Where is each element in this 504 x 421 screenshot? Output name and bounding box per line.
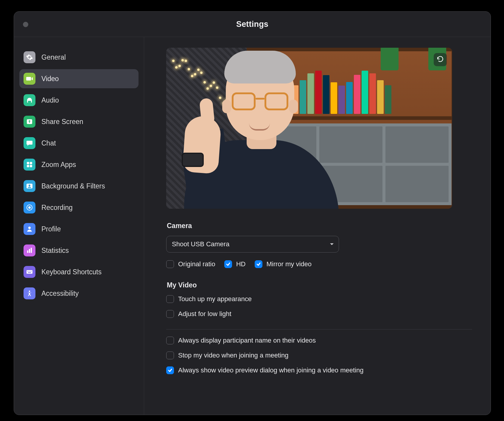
rotate-icon [436,56,444,64]
svg-rect-14 [27,271,28,272]
camera-preview [166,48,452,209]
svg-rect-11 [29,249,30,253]
chevron-down-icon [329,242,334,247]
sidebar-item-label: Background & Filters [41,182,105,190]
bar-chart-icon [24,244,35,256]
svg-rect-17 [31,271,32,272]
sidebar-item-share-screen[interactable]: Share Screen [19,112,139,131]
sidebar-item-label: Recording [41,204,73,212]
checkbox-label: Touch up my appearance [178,295,252,303]
sidebar-item-label: Keyboard Shortcuts [41,268,102,276]
sidebar-item-label: Statistics [41,247,69,255]
sidebar-item-recording[interactable]: Recording [19,198,139,217]
checkbox-label: Adjust for low light [178,310,231,318]
svg-point-8 [28,206,31,209]
sidebar-item-label: Zoom Apps [41,161,76,169]
camera-select-value: Shoot USB Camera [172,240,229,248]
sidebar-item-label: Audio [41,96,59,104]
camera-select[interactable]: Shoot USB Camera [166,236,339,253]
svg-point-19 [29,291,30,292]
svg-rect-18 [28,272,31,273]
chat-bubble-icon [24,137,35,149]
checkbox-stop_on_join[interactable]: Stop my video when joining a meeting [166,352,472,359]
sidebar-item-label: Share Screen [41,118,83,126]
sidebar-item-label: Chat [41,139,56,147]
svg-rect-16 [30,271,30,272]
checkbox-label: Stop my video when joining a meeting [178,352,289,359]
sidebar-item-general[interactable]: General [19,48,139,67]
sidebar-item-profile[interactable]: Profile [19,219,139,239]
record-dot-icon [24,202,35,213]
sidebar-item-label: General [41,53,66,61]
video-settings-panel: Camera Shoot USB Camera Original ratioHD… [144,37,491,415]
settings-sidebar: GeneralVideoAudioShare ScreenChatZoom Ap… [14,37,144,415]
svg-point-9 [28,227,31,229]
svg-rect-2 [30,162,32,164]
sidebar-item-video[interactable]: Video [19,69,139,88]
video-icon [24,73,35,85]
checkbox-box [166,366,174,374]
camera-section-label: Camera [167,222,472,230]
checkbox-label: Original ratio [178,260,215,268]
sidebar-item-label: Profile [41,225,61,233]
window-title: Settings [236,20,268,29]
sidebar-item-accessibility[interactable]: Accessibility [19,284,139,303]
divider [166,329,472,329]
checkbox-box [166,260,174,268]
keyboard-icon [24,266,35,278]
svg-rect-13 [27,270,32,274]
sidebar-item-label: Accessibility [41,290,79,298]
rotate-preview-button[interactable] [434,53,447,66]
checkbox-display_name[interactable]: Always display participant name on their… [166,337,472,344]
sidebar-item-label: Video [41,75,59,83]
headphones-icon [24,94,35,106]
svg-rect-3 [27,165,29,167]
svg-point-6 [29,185,30,186]
svg-rect-4 [30,165,32,167]
checkbox-label: Mirror my video [267,260,312,268]
sidebar-item-keyboard[interactable]: Keyboard Shortcuts [19,262,139,281]
checkbox-preview_join[interactable]: Always show video preview dialog when jo… [166,366,472,374]
svg-rect-10 [27,250,28,253]
gear-icon [24,51,35,63]
checkbox-hd[interactable]: HD [224,260,246,268]
share-up-icon [24,116,35,128]
checkbox-touch_up[interactable]: Touch up my appearance [166,295,472,303]
checkbox-low_light[interactable]: Adjust for low light [166,310,472,318]
settings-window: Settings GeneralVideoAudioShare ScreenCh… [14,11,491,415]
svg-rect-1 [27,162,29,164]
checkbox-box [224,260,232,268]
svg-rect-12 [31,248,32,253]
svg-rect-15 [29,271,29,272]
apps-grid-icon [24,159,35,171]
checkbox-original_ratio[interactable]: Original ratio [166,260,215,268]
sidebar-item-chat[interactable]: Chat [19,134,139,153]
checkbox-label: HD [236,260,246,268]
checkbox-box [166,352,174,359]
checkbox-box [166,337,174,344]
sidebar-item-zoom-apps[interactable]: Zoom Apps [19,155,139,174]
person-box-icon [24,180,35,192]
titlebar: Settings [14,12,491,37]
profile-icon [24,223,35,235]
my-video-section-label: My Video [167,281,472,289]
checkbox-label: Always display participant name on their… [178,337,316,344]
checkbox-mirror[interactable]: Mirror my video [255,260,312,268]
checkbox-box [166,310,174,318]
accessibility-icon [24,287,35,299]
sidebar-item-audio[interactable]: Audio [19,91,139,110]
checkbox-label: Always show video preview dialog when jo… [178,366,363,374]
sidebar-item-statistics[interactable]: Statistics [19,241,139,260]
checkbox-box [255,260,262,268]
checkbox-box [166,295,174,303]
sidebar-item-bg-filters[interactable]: Background & Filters [19,177,139,196]
traffic-light-close[interactable] [23,22,28,27]
